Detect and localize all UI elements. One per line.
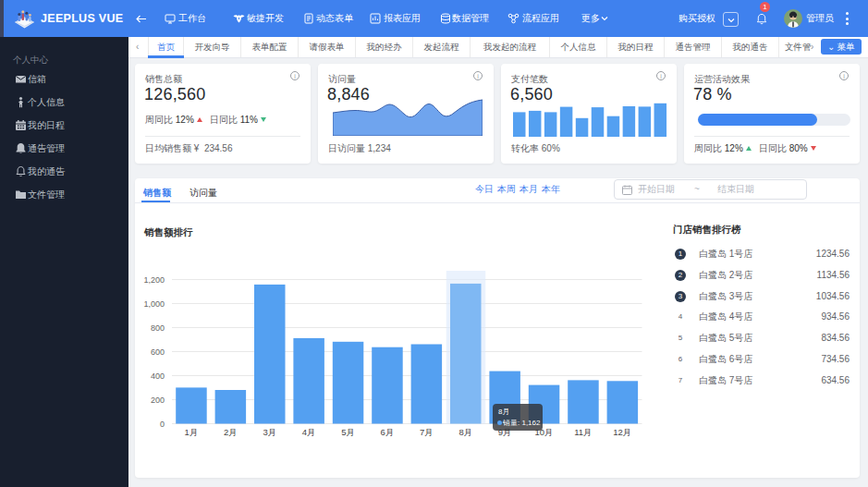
svg-text:7月: 7月 xyxy=(420,427,434,437)
svg-text:1,000: 1,000 xyxy=(143,299,165,309)
svg-text:3月: 3月 xyxy=(263,427,276,437)
svg-text:4月: 4月 xyxy=(302,427,316,437)
svg-text:2月: 2月 xyxy=(224,427,238,437)
svg-text:6月: 6月 xyxy=(381,427,395,437)
svg-text:200: 200 xyxy=(151,396,165,405)
svg-text:600: 600 xyxy=(151,347,165,357)
svg-text:1,200: 1,200 xyxy=(143,275,165,285)
svg-text:800: 800 xyxy=(151,323,165,333)
svg-text:8月: 8月 xyxy=(458,427,472,437)
svg-text:0: 0 xyxy=(160,420,165,429)
svg-text:12月: 12月 xyxy=(613,427,631,437)
svg-text:1月: 1月 xyxy=(185,427,199,437)
svg-text:5月: 5月 xyxy=(341,427,355,437)
svg-text:11月: 11月 xyxy=(574,427,592,437)
svg-text:400: 400 xyxy=(151,371,165,381)
